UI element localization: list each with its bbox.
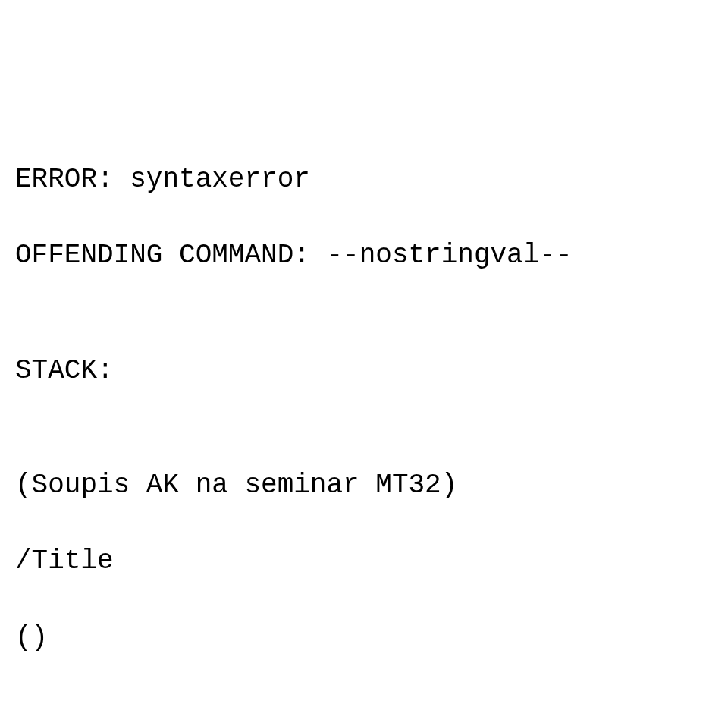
offending-command-line: OFFENDING COMMAND: --nostringval-- bbox=[15, 237, 713, 275]
stack-value-line: () bbox=[15, 619, 713, 657]
subject-key-line: /Subject bbox=[15, 696, 713, 701]
title-key-line: /Title bbox=[15, 542, 713, 580]
stack-header-line: STACK: bbox=[15, 352, 713, 390]
stack-value-line: (Soupis AK na seminar MT32) bbox=[15, 467, 713, 505]
error-line: ERROR: syntaxerror bbox=[15, 161, 713, 199]
